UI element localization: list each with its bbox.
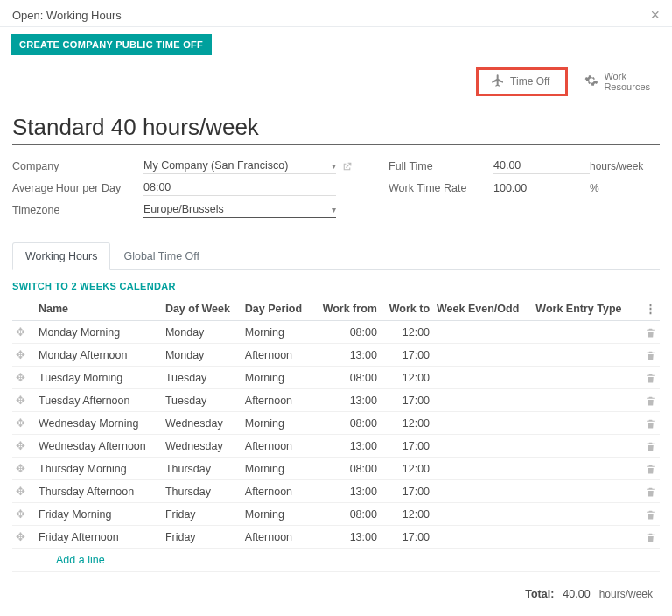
cell-dow[interactable]: Monday xyxy=(162,321,242,344)
table-row[interactable]: ✥Friday AfternoonFridayAfternoon13:0017:… xyxy=(12,526,660,549)
table-row[interactable]: ✥Wednesday AfternoonWednesdayAfternoon13… xyxy=(12,435,660,458)
drag-handle-icon[interactable]: ✥ xyxy=(12,389,35,412)
fulltime-field[interactable]: 40.00 xyxy=(494,158,590,174)
col-to[interactable]: Work to xyxy=(381,297,433,321)
cell-to[interactable]: 12:00 xyxy=(381,367,433,389)
kebab-icon[interactable]: ⋮ xyxy=(635,297,660,321)
trash-icon[interactable] xyxy=(635,367,660,389)
cell-evenodd[interactable] xyxy=(433,321,532,344)
time-off-stat-button[interactable]: Time Off xyxy=(476,67,568,96)
cell-from[interactable]: 08:00 xyxy=(312,503,381,526)
drag-handle-icon[interactable]: ✥ xyxy=(12,435,35,458)
cell-from[interactable]: 08:00 xyxy=(312,367,381,389)
cell-period[interactable]: Morning xyxy=(242,458,312,480)
cell-period[interactable]: Afternoon xyxy=(242,435,312,458)
col-evenodd[interactable]: Week Even/Odd xyxy=(433,297,532,321)
cell-period[interactable]: Afternoon xyxy=(242,526,312,549)
table-row[interactable]: ✥Wednesday MorningWednesdayMorning08:001… xyxy=(12,412,660,435)
trash-icon[interactable] xyxy=(635,389,660,412)
cell-from[interactable]: 13:00 xyxy=(312,526,381,549)
close-icon[interactable]: × xyxy=(650,7,660,23)
timezone-field[interactable]: Europe/Brussels ▾ xyxy=(144,201,336,218)
trash-icon[interactable] xyxy=(635,458,660,480)
cell-name[interactable]: Wednesday Afternoon xyxy=(35,435,162,458)
drag-handle-icon[interactable]: ✥ xyxy=(12,458,35,480)
cell-dow[interactable]: Friday xyxy=(162,503,242,526)
create-company-public-time-off-button[interactable]: CREATE COMPANY PUBLIC TIME OFF xyxy=(10,34,212,55)
cell-period[interactable]: Afternoon xyxy=(242,344,312,367)
cell-entry[interactable] xyxy=(532,412,635,435)
cell-from[interactable]: 13:00 xyxy=(312,344,381,367)
col-name[interactable]: Name xyxy=(35,297,162,321)
cell-name[interactable]: Monday Morning xyxy=(35,321,162,344)
cell-entry[interactable] xyxy=(532,389,635,412)
tab-working-hours[interactable]: Working Hours xyxy=(12,242,110,270)
cell-to[interactable]: 17:00 xyxy=(381,480,433,503)
cell-to[interactable]: 17:00 xyxy=(381,344,433,367)
col-period[interactable]: Day Period xyxy=(242,297,312,321)
drag-handle-icon[interactable]: ✥ xyxy=(12,321,35,344)
cell-name[interactable]: Friday Morning xyxy=(35,503,162,526)
cell-period[interactable]: Afternoon xyxy=(242,389,312,412)
col-from[interactable]: Work from xyxy=(312,297,381,321)
drag-handle-icon[interactable]: ✥ xyxy=(12,526,35,549)
cell-name[interactable]: Thursday Morning xyxy=(35,458,162,480)
cell-dow[interactable]: Thursday xyxy=(162,458,242,480)
cell-from[interactable]: 13:00 xyxy=(312,389,381,412)
trash-icon[interactable] xyxy=(635,321,660,344)
cell-entry[interactable] xyxy=(532,503,635,526)
drag-handle-icon[interactable]: ✥ xyxy=(12,503,35,526)
cell-dow[interactable]: Tuesday xyxy=(162,389,242,412)
cell-period[interactable]: Morning xyxy=(242,503,312,526)
cell-evenodd[interactable] xyxy=(433,526,532,549)
cell-evenodd[interactable] xyxy=(433,412,532,435)
cell-to[interactable]: 12:00 xyxy=(381,321,433,344)
tab-global-time-off[interactable]: Global Time Off xyxy=(110,242,213,270)
drag-handle-icon[interactable]: ✥ xyxy=(12,367,35,389)
avg-hour-field[interactable]: 08:00 xyxy=(144,179,336,196)
drag-handle-icon[interactable]: ✥ xyxy=(12,344,35,367)
switch-2-weeks-button[interactable]: SWITCH TO 2 WEEKS CALENDAR xyxy=(12,270,176,297)
table-row[interactable]: ✥Tuesday AfternoonTuesdayAfternoon13:001… xyxy=(12,389,660,412)
cell-name[interactable]: Wednesday Morning xyxy=(35,412,162,435)
cell-entry[interactable] xyxy=(532,480,635,503)
external-link-icon[interactable] xyxy=(341,160,353,172)
add-line-button[interactable]: Add a line xyxy=(35,549,660,572)
cell-dow[interactable]: Friday xyxy=(162,526,242,549)
trash-icon[interactable] xyxy=(635,480,660,503)
cell-to[interactable]: 12:00 xyxy=(381,458,433,480)
cell-entry[interactable] xyxy=(532,435,635,458)
cell-to[interactable]: 17:00 xyxy=(381,435,433,458)
cell-entry[interactable] xyxy=(532,458,635,480)
cell-evenodd[interactable] xyxy=(433,503,532,526)
trash-icon[interactable] xyxy=(635,526,660,549)
cell-dow[interactable]: Monday xyxy=(162,344,242,367)
cell-name[interactable]: Tuesday Afternoon xyxy=(35,389,162,412)
cell-from[interactable]: 08:00 xyxy=(312,321,381,344)
cell-period[interactable]: Morning xyxy=(242,412,312,435)
col-entry[interactable]: Work Entry Type xyxy=(532,297,635,321)
table-row[interactable]: ✥Thursday AfternoonThursdayAfternoon13:0… xyxy=(12,480,660,503)
cell-from[interactable]: 08:00 xyxy=(312,412,381,435)
trash-icon[interactable] xyxy=(635,412,660,435)
table-row[interactable]: ✥Tuesday MorningTuesdayMorning08:0012:00 xyxy=(12,367,660,389)
cell-name[interactable]: Thursday Afternoon xyxy=(35,480,162,503)
cell-dow[interactable]: Wednesday xyxy=(162,435,242,458)
drag-handle-icon[interactable]: ✥ xyxy=(12,412,35,435)
company-field[interactable]: My Company (San Francisco) ▾ xyxy=(144,158,336,174)
cell-to[interactable]: 17:00 xyxy=(381,389,433,412)
cell-entry[interactable] xyxy=(532,367,635,389)
cell-evenodd[interactable] xyxy=(433,389,532,412)
cell-entry[interactable] xyxy=(532,526,635,549)
work-resources-stat-button[interactable]: Work Resources xyxy=(573,65,662,98)
trash-icon[interactable] xyxy=(635,435,660,458)
cell-dow[interactable]: Thursday xyxy=(162,480,242,503)
cell-evenodd[interactable] xyxy=(433,458,532,480)
cell-to[interactable]: 12:00 xyxy=(381,503,433,526)
cell-evenodd[interactable] xyxy=(433,367,532,389)
table-row[interactable]: ✥Monday AfternoonMondayAfternoon13:0017:… xyxy=(12,344,660,367)
cell-from[interactable]: 13:00 xyxy=(312,480,381,503)
cell-from[interactable]: 08:00 xyxy=(312,458,381,480)
cell-name[interactable]: Monday Afternoon xyxy=(35,344,162,367)
table-row[interactable]: ✥Monday MorningMondayMorning08:0012:00 xyxy=(12,321,660,344)
